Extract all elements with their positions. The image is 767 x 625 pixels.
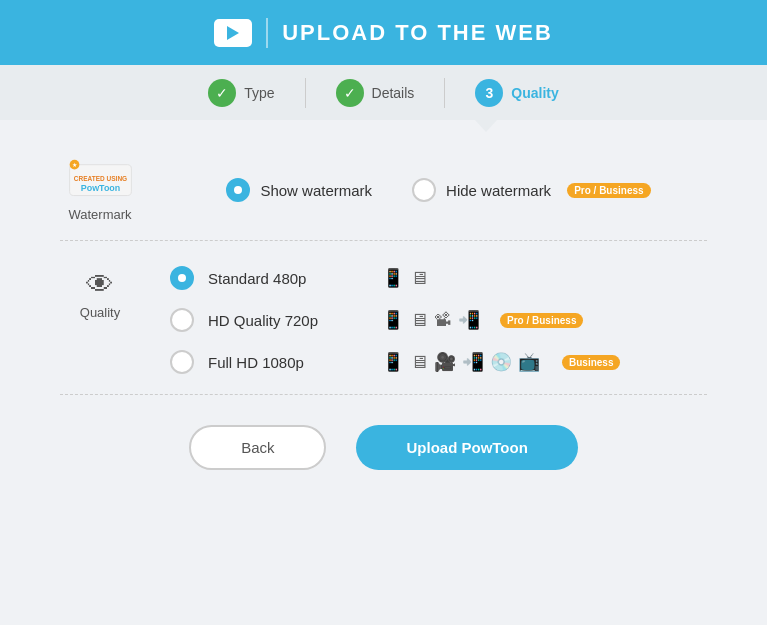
hide-watermark-label: Hide watermark: [446, 182, 551, 199]
tablet-icon: 📱: [382, 267, 404, 289]
step-quality-num-icon: 3: [475, 79, 503, 107]
step-details-check-icon: ✓: [336, 79, 364, 107]
quality-row-480p[interactable]: Standard 480p 📱 🖥: [170, 266, 707, 290]
watermark-label: Watermark: [68, 207, 131, 222]
dvd-icon: 💿: [490, 351, 512, 373]
step-quality: 3 Quality: [445, 79, 588, 107]
buttons-area: Back Upload PowToon: [60, 425, 707, 470]
screen-icon: 🖥: [410, 352, 428, 373]
quality-row-720p[interactable]: HD Quality 720p 📱 🖥 📽 📲 Pro / Business: [170, 308, 707, 332]
quality-label-480p: Standard 480p: [208, 270, 368, 287]
step-type-label: Type: [244, 85, 274, 101]
desktop-icon: 🖥: [410, 310, 428, 331]
step-type: ✓ Type: [178, 79, 304, 107]
device-icons-1080p: 📱 🖥 🎥 📲 💿 📺: [382, 351, 540, 373]
quality-row-1080p[interactable]: Full HD 1080p 📱 🖥 🎥 📲 💿 📺 Business: [170, 350, 707, 374]
youtube-logo: [214, 19, 252, 47]
svg-text:PowToon: PowToon: [80, 183, 119, 193]
hide-watermark-radio[interactable]: [412, 178, 436, 202]
header-divider: [266, 18, 268, 48]
quality-section: 👁 Quality Standard 480p 📱 🖥 HD Quality 7…: [60, 241, 707, 395]
watermark-section: CREATED USING PowToon ★ Watermark Show w…: [60, 140, 707, 241]
show-watermark-option[interactable]: Show watermark: [226, 178, 372, 202]
svg-text:CREATED USING: CREATED USING: [73, 175, 126, 182]
quality-label-1080p: Full HD 1080p: [208, 354, 368, 371]
phone-icon: 📱: [382, 309, 404, 331]
watermark-options: Show watermark Hide watermark Pro / Busi…: [170, 178, 707, 202]
quality-label-area: 👁 Quality: [60, 261, 140, 320]
step-details: ✓ Details: [306, 79, 445, 107]
device-icons-720p: 📱 🖥 📽 📲: [382, 309, 480, 331]
steps-bar: ✓ Type ✓ Details 3 Quality: [0, 65, 767, 120]
show-watermark-label: Show watermark: [260, 182, 372, 199]
projector-icon: 📽: [434, 310, 452, 331]
svg-text:★: ★: [72, 162, 77, 168]
phone2-icon: 📱: [382, 351, 404, 373]
ipad-icon: 📲: [462, 351, 484, 373]
hide-watermark-badge: Pro / Business: [567, 183, 650, 198]
quality-label: Quality: [80, 305, 120, 320]
camera-icon: 🎥: [434, 351, 456, 373]
step-type-check-icon: ✓: [208, 79, 236, 107]
step-details-label: Details: [372, 85, 415, 101]
powtoon-logo: CREATED USING PowToon ★: [68, 158, 133, 203]
quality-badge-1080p: Business: [562, 355, 620, 370]
quality-radio-720p[interactable]: [170, 308, 194, 332]
quality-options: Standard 480p 📱 🖥 HD Quality 720p 📱 🖥 📽 …: [170, 261, 707, 374]
tablet2-icon: 📲: [458, 309, 480, 331]
upload-button[interactable]: Upload PowToon: [356, 425, 577, 470]
eye-icon: 👁: [86, 271, 114, 299]
show-watermark-radio[interactable]: [226, 178, 250, 202]
quality-label-720p: HD Quality 720p: [208, 312, 368, 329]
monitor-icon: 🖥: [410, 268, 428, 289]
header-title: UPLOAD TO THE WEB: [282, 20, 553, 46]
hide-watermark-option[interactable]: Hide watermark Pro / Business: [412, 178, 651, 202]
header: UPLOAD TO THE WEB: [0, 0, 767, 65]
back-button[interactable]: Back: [189, 425, 326, 470]
quality-radio-1080p[interactable]: [170, 350, 194, 374]
step-quality-label: Quality: [511, 85, 558, 101]
main-content: CREATED USING PowToon ★ Watermark Show w…: [0, 120, 767, 490]
quality-radio-480p[interactable]: [170, 266, 194, 290]
tv-icon: 📺: [518, 351, 540, 373]
quality-badge-720p: Pro / Business: [500, 313, 583, 328]
device-icons-480p: 📱 🖥: [382, 267, 428, 289]
watermark-label-area: CREATED USING PowToon ★ Watermark: [60, 158, 140, 222]
